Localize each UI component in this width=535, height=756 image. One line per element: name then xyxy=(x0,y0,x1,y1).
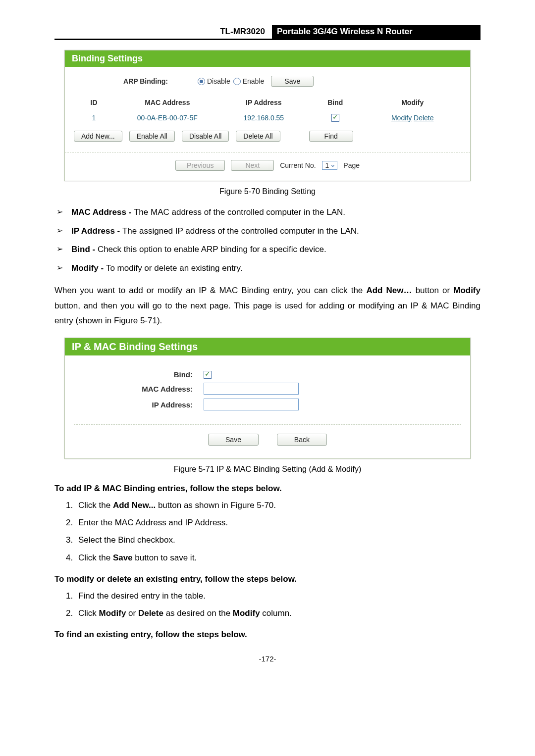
current-no-label: Current No. xyxy=(280,161,316,169)
list-item: Modify - To modify or delete an existing… xyxy=(54,262,481,275)
add-steps-list: Click the Add New... button as shown in … xyxy=(54,497,481,566)
add-entries-heading: To add IP & MAC Binding entries, follow … xyxy=(54,484,481,494)
ip-address-input[interactable] xyxy=(204,399,299,410)
save-button[interactable]: Save xyxy=(208,434,259,446)
product-title: Portable 3G/4G Wireless N Router xyxy=(272,25,481,39)
table-row: 1 00-0A-EB-00-07-5F 192.168.0.55 Modify … xyxy=(75,110,460,125)
page-label: Page xyxy=(343,161,360,169)
add-new-button[interactable]: Add New... xyxy=(74,131,122,142)
list-item: Enter the MAC Address and IP Address. xyxy=(75,514,481,531)
list-item: Find the desired entry in the table. xyxy=(75,587,481,605)
list-item: Click the Add New... button as shown in … xyxy=(75,497,481,514)
cell-mac: 00-0A-EB-00-07-5F xyxy=(114,110,221,125)
list-item: Select the Bind checkbox. xyxy=(75,531,481,549)
bind-label: Bind: xyxy=(74,370,204,379)
cell-id: 1 xyxy=(75,110,113,125)
col-mac: MAC Address xyxy=(114,96,221,109)
modify-delete-heading: To modify or delete an existing entry, f… xyxy=(54,574,481,584)
binding-table: ID MAC Address IP Address Bind Modify 1 … xyxy=(74,95,461,126)
list-item: Click Modify or Delete as desired on the… xyxy=(75,605,481,622)
delete-link[interactable]: Delete xyxy=(414,114,433,122)
figure-caption-2: Figure 5-71 IP & MAC Binding Setting (Ad… xyxy=(54,465,481,474)
delete-all-button[interactable]: Delete All xyxy=(236,131,280,142)
ip-address-label: IP Address: xyxy=(74,401,204,409)
mac-address-label: MAC Address: xyxy=(74,385,204,393)
ip-mac-binding-panel: IP & MAC Binding Settings Bind: MAC Addr… xyxy=(64,338,471,459)
figure-caption-1: Figure 5-70 Binding Setting xyxy=(54,187,481,196)
cell-modify: Modify Delete xyxy=(365,110,460,125)
previous-button[interactable]: Previous xyxy=(175,160,225,171)
page-select[interactable]: 1 xyxy=(322,161,338,170)
find-button[interactable]: Find xyxy=(309,131,353,142)
panel-title: Binding Settings xyxy=(65,50,470,67)
cell-ip: 192.168.0.55 xyxy=(222,110,306,125)
binding-settings-panel: Binding Settings ARP Binding: Disable En… xyxy=(64,50,471,181)
list-item: MAC Address - The MAC address of the con… xyxy=(54,206,481,219)
col-modify: Modify xyxy=(365,96,460,109)
save-button[interactable]: Save xyxy=(271,76,314,87)
panel-title: IP & MAC Binding Settings xyxy=(65,338,470,355)
find-entry-heading: To find an existing entry, follow the st… xyxy=(54,630,481,640)
arp-enable-radio[interactable] xyxy=(233,78,241,85)
list-item: Bind - Check this option to enable ARP b… xyxy=(54,243,481,256)
col-bind: Bind xyxy=(307,96,364,109)
page-number: -172- xyxy=(54,655,481,663)
enable-all-button[interactable]: Enable All xyxy=(129,131,175,142)
next-button[interactable]: Next xyxy=(231,160,274,171)
field-description-list: MAC Address - The MAC address of the con… xyxy=(54,206,481,274)
model-number: TL-MR3020 xyxy=(220,25,272,39)
bind-checkbox[interactable] xyxy=(204,371,212,379)
col-id: ID xyxy=(75,96,113,109)
list-item: Click the Save button to save it. xyxy=(75,549,481,566)
enable-label: Enable xyxy=(243,77,265,85)
col-ip: IP Address xyxy=(222,96,306,109)
mac-address-input[interactable] xyxy=(204,383,299,395)
arp-disable-radio[interactable] xyxy=(198,78,205,85)
instruction-paragraph: When you want to add or modify an IP & M… xyxy=(54,283,481,329)
list-item: IP Address - The assigned IP address of … xyxy=(54,225,481,238)
modify-link[interactable]: Modify xyxy=(391,114,412,122)
arp-binding-label: ARP Binding: xyxy=(74,77,198,85)
disable-label: Disable xyxy=(207,77,230,85)
cell-bind xyxy=(307,110,364,125)
back-button[interactable]: Back xyxy=(277,434,327,446)
modify-steps-list: Find the desired entry in the table. Cli… xyxy=(54,587,481,622)
document-header: TL-MR3020 Portable 3G/4G Wireless N Rout… xyxy=(54,25,481,40)
bind-checkbox[interactable] xyxy=(331,114,339,122)
disable-all-button[interactable]: Disable All xyxy=(182,131,229,142)
